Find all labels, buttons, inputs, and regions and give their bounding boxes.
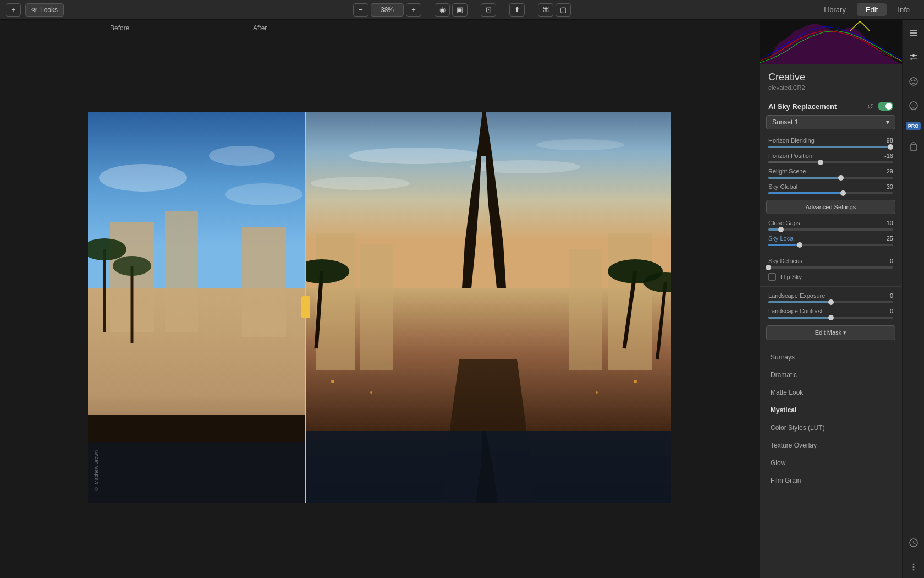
share-button[interactable]: ⬆	[509, 3, 525, 17]
svg-rect-54	[910, 145, 917, 150]
sky-local-value: 25	[887, 235, 893, 242]
advanced-settings-button[interactable]: Advanced Settings	[766, 200, 895, 214]
svg-point-56	[912, 564, 914, 565]
add-button[interactable]: +	[6, 3, 21, 17]
list-item-mystical[interactable]: Mystical	[762, 401, 900, 419]
sky-selector[interactable]: Sunset 1 ▾	[766, 115, 895, 129]
svg-point-35	[370, 391, 372, 394]
pro-badge[interactable]: PRO	[906, 122, 921, 130]
canvas-area: Before After	[0, 20, 759, 578]
list-item-sunrays[interactable]: Sunrays	[762, 348, 900, 366]
sky-selector-label: Sunset 1	[772, 118, 798, 126]
svg-rect-6	[165, 211, 198, 332]
svg-rect-24	[569, 249, 602, 370]
sky-global-value: 30	[887, 183, 893, 190]
relight-scene-row: Relight Scene 29	[760, 166, 902, 181]
sky-defocus-row: Sky Defocus 0	[760, 255, 902, 271]
icon-strip: PRO	[902, 20, 924, 578]
svg-rect-7	[242, 227, 286, 337]
landscape-contrast-value: 0	[890, 308, 893, 314]
landscape-contrast-track[interactable]	[768, 317, 893, 319]
info-tab[interactable]: Info	[889, 3, 919, 16]
zoom-out-button[interactable]: −	[353, 3, 369, 17]
svg-point-36	[634, 380, 637, 383]
svg-point-51	[910, 102, 917, 110]
palette-icon[interactable]	[906, 74, 921, 89]
looks-button[interactable]: 👁 Looks	[25, 3, 64, 17]
list-item-glow[interactable]: Glow	[762, 454, 900, 472]
bag-icon[interactable]	[906, 139, 921, 154]
sky-replacement-toggle[interactable]	[878, 102, 893, 111]
crop-button[interactable]: ⊡	[481, 3, 496, 17]
horizon-position-label: Horizon Position	[768, 152, 812, 159]
sky-defocus-label: Sky Defocus	[768, 258, 802, 264]
horizon-position-row: Horizon Position -16	[760, 150, 902, 166]
sky-local-label: Sky Local	[768, 235, 795, 242]
horizon-blending-track[interactable]	[768, 146, 893, 148]
keyboard-button[interactable]: ⌘	[538, 3, 553, 17]
after-label: After	[253, 24, 267, 32]
sliders-icon[interactable]	[906, 50, 921, 65]
before-label: Before	[110, 24, 129, 32]
sky-local-row: Sky Local 25	[760, 233, 902, 248]
close-gaps-track[interactable]	[768, 228, 893, 231]
image-container: © Matthew Brown	[0, 36, 759, 578]
window-button[interactable]: ▢	[556, 3, 571, 17]
svg-rect-41	[910, 35, 917, 36]
edit-tab[interactable]: Edit	[857, 3, 887, 16]
svg-point-58	[912, 569, 914, 571]
sky-global-track[interactable]	[768, 192, 893, 194]
svg-rect-13	[88, 442, 305, 503]
sky-defocus-track[interactable]	[768, 266, 893, 269]
landscape-contrast-label: Landscape Contrast	[768, 308, 822, 314]
horizon-blending-row: Horizon Blending 98	[760, 135, 902, 150]
layers-icon[interactable]	[906, 25, 921, 41]
copyright-text: © Matthew Brown	[94, 450, 99, 492]
close-gaps-row: Close Gaps 10	[760, 217, 902, 233]
list-item-dramatic[interactable]: Dramatic	[762, 366, 900, 384]
landscape-exposure-label: Landscape Exposure	[768, 292, 825, 299]
reset-icon[interactable]: ↺	[867, 102, 873, 111]
svg-point-49	[911, 80, 912, 81]
split-handle[interactable]	[301, 296, 310, 318]
panel-title: Creative	[760, 64, 902, 84]
divider-1	[760, 252, 902, 252]
svg-point-52	[911, 105, 912, 106]
library-tab[interactable]: Library	[815, 3, 855, 16]
list-item-texture-overlay[interactable]: Texture Overlay	[762, 437, 900, 454]
landscape-exposure-track[interactable]	[768, 301, 893, 303]
relight-scene-track[interactable]	[768, 177, 893, 179]
main-layout: Before After	[0, 20, 924, 578]
sky-local-track[interactable]	[768, 244, 893, 246]
svg-point-3	[226, 183, 302, 205]
svg-point-37	[596, 391, 598, 394]
panel-content: AI Sky Replacement ↺ Sunset 1 ▾ Horizon …	[760, 97, 902, 578]
svg-point-1	[99, 164, 187, 192]
divider-2	[760, 286, 902, 287]
svg-point-34	[331, 380, 334, 383]
list-item-color-styles[interactable]: Color Styles (LUT)	[762, 419, 900, 437]
flip-sky-label: Flip Sky	[780, 274, 802, 280]
svg-point-48	[910, 78, 917, 85]
list-item-matte-look[interactable]: Matte Look	[762, 384, 900, 401]
horizon-position-value: -16	[884, 152, 893, 159]
horizon-blending-label: Horizon Blending	[768, 137, 815, 144]
zoom-in-button[interactable]: +	[406, 3, 421, 17]
svg-point-2	[209, 146, 275, 166]
flip-sky-checkbox[interactable]	[768, 273, 776, 281]
emoji-icon[interactable]	[906, 98, 921, 113]
horizon-position-track[interactable]	[768, 161, 893, 163]
history-icon[interactable]	[906, 535, 921, 550]
divider-3	[760, 345, 902, 345]
relight-scene-value: 29	[887, 168, 893, 175]
histogram-area	[760, 20, 902, 64]
more-icon[interactable]	[906, 559, 921, 575]
list-item-film-grain[interactable]: Film Grain	[762, 472, 900, 489]
svg-point-45	[910, 58, 912, 60]
after-image	[305, 112, 671, 503]
landscape-contrast-row: Landscape Contrast 0	[760, 306, 902, 321]
preview-button[interactable]: ◉	[435, 3, 450, 17]
edit-mask-button[interactable]: Edit Mask ▾	[766, 325, 895, 340]
relight-scene-label: Relight Scene	[768, 168, 806, 175]
compare-button[interactable]: ▣	[452, 3, 468, 17]
